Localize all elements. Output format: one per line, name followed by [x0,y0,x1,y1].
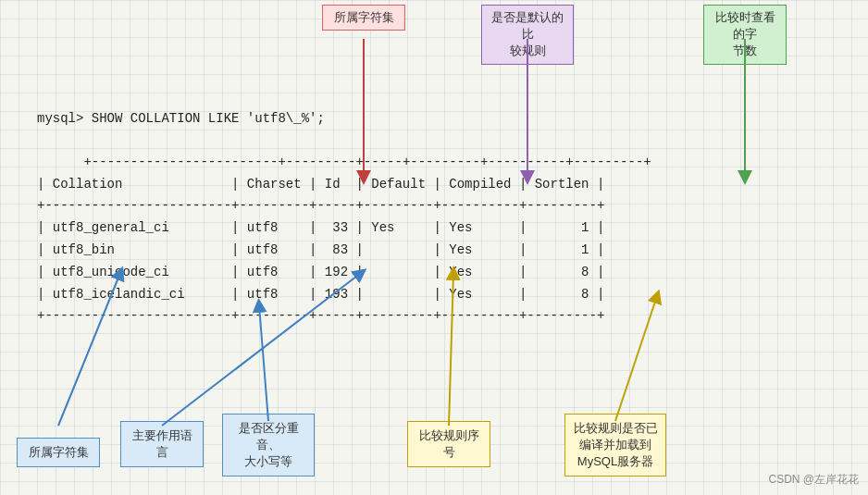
bottom-compiled-label: 比较规则是否已编译并加载到MySQL服务器 [574,421,658,468]
top-sortlen-label: 比较时查看的字节数 [715,10,775,57]
top-default-box: 是否是默认的比较规则 [481,5,574,65]
sql-header: | Collation | Charset | Id | Default | C… [37,177,604,192]
bottom-lang-box: 主要作用语言 [120,421,204,467]
sql-row-3: | utf8_icelandic_ci | utf8 | 193 | | Yes… [37,287,604,302]
watermark: CSDN @左岸花花 [768,472,859,488]
sql-sep2: +------------------------+---------+----… [37,198,604,213]
sql-sep1: +------------------------+---------+----… [83,155,651,169]
sql-row-0: | utf8_general_ci | utf8 | 33 | Yes | Ye… [37,220,604,235]
sql-row-1: | utf8_bin | utf8 | 83 | | Yes | 1 | [37,242,604,257]
bottom-compiled-box: 比较规则是否已编译并加载到MySQL服务器 [564,414,666,476]
bottom-id-box: 比较规则序号 [407,421,490,467]
sql-area: mysql> SHOW COLLATION LIKE 'utf8\_%'; +-… [37,111,849,350]
bottom-casesens-box: 是否区分重音、大小写等 [222,414,315,476]
top-default-label: 是否是默认的比较规则 [491,10,564,57]
main-container: 所属字符集 是否是默认的比较规则 比较时查看的字节数 mysql> SHOW C… [0,0,868,495]
top-charset-box: 所属字符集 [322,5,405,31]
sql-row-2: | utf8_unicode_ci | utf8 | 192 | | Yes |… [37,265,604,279]
bottom-casesens-label: 是否区分重音、大小写等 [239,421,299,468]
bottom-charset-box: 所属字符集 [17,438,100,467]
top-sortlen-box: 比较时查看的字节数 [703,5,787,65]
sql-table: +------------------------+---------+----… [37,130,849,350]
sql-sep3: +------------------------+---------+----… [37,308,604,323]
sql-command: mysql> SHOW COLLATION LIKE 'utf8\_%'; [37,111,849,126]
